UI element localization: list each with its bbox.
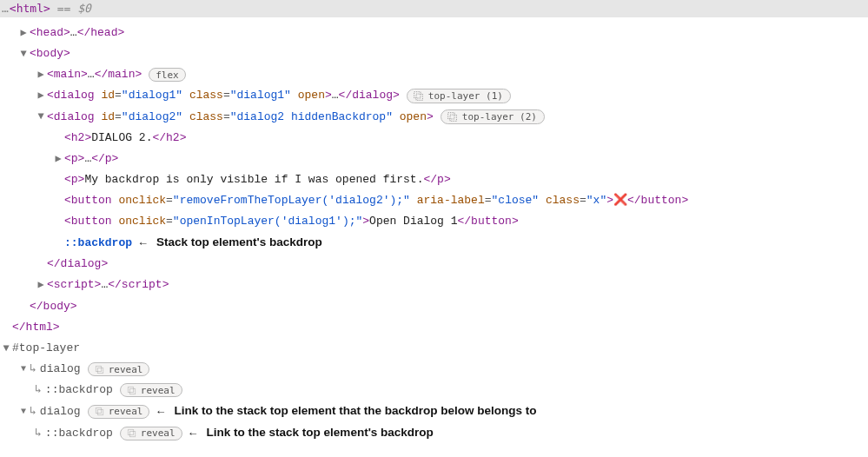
left-arrow-icon: ← <box>137 235 149 252</box>
node-body-open[interactable]: ▼ <body> <box>0 43 868 64</box>
selected-tag[interactable]: <html> <box>10 0 50 17</box>
ellipsis-icon: … <box>2 0 8 17</box>
console-var: == $0 <box>57 0 91 17</box>
node-head[interactable]: ▶ <head>…</head> <box>0 23 868 43</box>
expand-toggle[interactable]: ▶ <box>35 67 47 83</box>
node-dialog2-close[interactable]: · </dialog> <box>0 254 868 275</box>
reveal-badge[interactable]: reveal <box>88 362 150 376</box>
flex-badge[interactable]: flex <box>149 68 186 82</box>
link-arrow-icon: ↳ <box>35 425 42 442</box>
node-button-open[interactable]: · <button onclick="openInTopLayer('dialo… <box>0 211 868 232</box>
node-dialog1[interactable]: ▶ <dialog id="dialog1" class="dialog1" o… <box>0 85 868 106</box>
node-top-layer[interactable]: ▼#top-layer <box>0 338 868 359</box>
node-backdrop-pseudo[interactable]: · ::backdrop ←Stack top element's backdr… <box>0 232 868 254</box>
left-arrow-icon: ← <box>155 403 166 421</box>
cross-icon: ❌ <box>613 192 627 209</box>
top-layer-entry-backdrop[interactable]: ↳::backdrop reveal <box>0 380 868 401</box>
reveal-badge[interactable]: reveal <box>88 405 150 419</box>
top-layer-entry-dialog-annotated[interactable]: ▼↳dialog reveal ←Link to the stack top e… <box>0 401 868 422</box>
annotation-stack-top-backdrop: Stack top element's backdrop <box>156 234 322 252</box>
layers-icon <box>95 365 104 374</box>
node-html-close[interactable]: · </html> <box>0 317 868 338</box>
dialog1-code: <dialog id="dialog1" class="dialog1" ope… <box>47 87 332 104</box>
expand-toggle[interactable]: ▶ <box>35 88 47 104</box>
layers-icon <box>127 428 136 438</box>
expand-toggle[interactable]: ▼ <box>17 405 30 419</box>
reveal-badge[interactable]: reveal <box>120 383 182 397</box>
link-arrow-icon: ↳ <box>30 403 36 421</box>
node-dialog2-open[interactable]: ▼ <dialog id="dialog2" class="dialog2 hi… <box>0 107 868 128</box>
link-arrow-icon: ↳ <box>30 361 36 378</box>
node-p-collapsed[interactable]: ▶ <p>…</p> <box>0 149 868 169</box>
button-close-code: <button onclick="removeFromTheTopLayer('… <box>64 192 613 209</box>
annotation-link-backdrop: Link to the stack top element's backdrop <box>207 424 434 442</box>
node-main[interactable]: ▶ <main>…</main> flex <box>0 64 868 85</box>
layers-icon <box>127 386 136 395</box>
expand-toggle[interactable]: ▶ <box>17 25 30 42</box>
node-h2[interactable]: · <h2>DIALOG 2.</h2> <box>0 128 868 149</box>
top-layer-entry-dialog[interactable]: ▼↳dialog reveal <box>0 359 868 380</box>
reveal-badge[interactable]: reveal <box>120 427 182 440</box>
expand-toggle[interactable]: ▼ <box>35 109 47 125</box>
dom-tree: ▶ <head>…</head> ▼ <body> ▶ <main>…</mai… <box>0 17 868 451</box>
button-open-code: <button onclick="openInTopLayer('dialog1… <box>64 213 369 230</box>
expand-toggle[interactable]: ▶ <box>52 151 64 168</box>
expand-toggle[interactable]: ▼ <box>17 46 30 63</box>
node-p-text[interactable]: · <p>My backdrop is only visible if I wa… <box>0 169 868 190</box>
expand-toggle[interactable]: ▶ <box>35 277 47 294</box>
top-layer-entry-backdrop-annotated[interactable]: ↳::backdrop reveal ←Link to the stack to… <box>0 422 868 444</box>
node-body-close[interactable]: · </body> <box>0 296 868 317</box>
left-arrow-icon: ← <box>188 425 199 442</box>
selected-element-bar: … <html> == $0 <box>0 0 868 17</box>
top-layer-badge-2[interactable]: top-layer (2) <box>441 109 545 124</box>
annotation-link-stack-top: Link to the stack top element that the b… <box>174 402 536 421</box>
layers-icon <box>95 407 104 416</box>
node-script[interactable]: ▶ <script>…</script> <box>0 275 868 295</box>
dialog2-code: <dialog id="dialog2" class="dialog2 hidd… <box>47 109 434 126</box>
node-button-close[interactable]: · <button onclick="removeFromTheTopLayer… <box>0 190 868 211</box>
layers-icon <box>447 111 458 123</box>
layers-icon <box>413 90 424 102</box>
link-arrow-icon: ↳ <box>35 381 42 399</box>
top-layer-badge-1[interactable]: top-layer (1) <box>407 89 511 103</box>
expand-toggle[interactable]: ▼ <box>0 341 12 357</box>
expand-toggle[interactable]: ▼ <box>17 362 30 376</box>
